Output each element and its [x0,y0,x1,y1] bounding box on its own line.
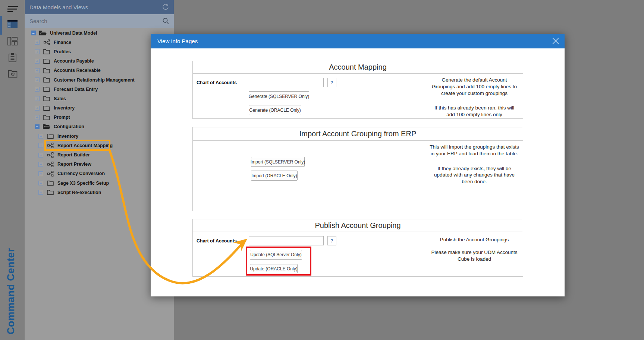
tree-item-label: Accounts Payable [54,58,94,64]
chart-of-accounts-label: Chart of Accounts [197,238,237,244]
folder-icon [43,58,51,64]
generate-oracle-button[interactable]: Generate (ORACLE Only) [249,105,301,115]
expand-toggle-icon[interactable]: + [38,153,43,158]
section-publish-account-grouping: Publish Account Grouping Chart of Accoun… [192,219,523,277]
search-icon[interactable] [162,18,169,25]
import-oracle-button[interactable]: Import (ORACLE Only) [251,171,298,181]
expand-toggle-icon[interactable]: + [35,49,40,54]
description-paragraph: Publish the Account Groupings [430,236,519,243]
folder-icon [43,115,51,120]
expand-toggle-icon[interactable]: + [35,87,40,92]
expand-toggle-icon[interactable]: + [35,115,40,120]
tree-item-label: Universal Data Model [50,31,97,36]
chart-of-accounts-label: Chart of Accounts [197,80,237,85]
expand-toggle-icon[interactable]: + [38,162,43,167]
folder-icon [46,180,54,186]
favorites-folder-icon [8,70,18,78]
tree-item-label: Script Re-execution [57,190,101,195]
menu-button[interactable] [0,1,25,17]
node-icon [46,171,54,177]
search-bar [25,14,174,28]
tree-item-label: Report Account Mapping [57,143,113,148]
tree-item-label: Report Builder [57,152,90,158]
node-icon [46,152,54,158]
folder-open-icon [43,124,51,130]
node-icon [43,39,51,45]
help-button[interactable]: ? [327,78,336,87]
tree-item-label: Sales [54,96,66,101]
collapse-toggle-icon[interactable]: − [31,31,36,35]
expand-toggle-icon[interactable]: + [35,77,40,82]
tree-item-label: Forecast Data Entry [54,87,98,92]
description-paragraph: Generate the default Account Groupings a… [430,77,519,96]
tree-item-label: Prompt [54,115,70,120]
expand-toggle-icon[interactable]: + [38,171,43,176]
tree-item-label: Customer Relationship Management [54,77,135,83]
section-description: Generate the default Account Groupings a… [425,74,524,119]
dialog-title: View Info Pages [157,38,198,44]
section-title: Import Account Grouping from ERP [193,127,523,141]
update-oracle-button[interactable]: Update (ORACLE Only) [250,264,298,273]
expand-toggle-icon[interactable]: + [35,40,40,45]
expand-toggle-icon[interactable]: + [38,143,43,148]
refresh-icon[interactable] [162,3,169,11]
expand-toggle-icon[interactable]: + [35,59,40,64]
folder-icon [43,96,51,101]
nav-data-models[interactable] [0,16,25,32]
import-sqlserver-button[interactable]: Import (SQLSERVER Only) [251,157,305,167]
close-icon[interactable] [552,37,560,45]
section-import-account-grouping: Import Account Grouping from ERP Import … [192,127,523,211]
nav-tasks[interactable] [0,49,25,66]
generate-sqlserver-button[interactable]: Generate (SQLSERVER Only) [249,91,309,101]
menu-icon [7,4,18,14]
folder-icon [43,77,51,83]
clipboard-icon [8,53,17,63]
expand-toggle-icon[interactable]: + [38,134,43,139]
section-title: Account Mapping [193,61,523,74]
panel-title: Data Models and Views [29,4,162,10]
description-paragraph: Please make sure your UDM Accounts Cube … [430,249,519,263]
panel-header: Data Models and Views [25,0,174,14]
section-description: This will import the groupings that exis… [425,141,524,211]
folder-icon [43,105,51,111]
tree-item-label: Sage X3 Specific Setup [57,181,109,186]
node-icon [46,143,54,148]
chart-of-accounts-input[interactable] [249,236,324,245]
description-paragraph: This will import the groupings that exis… [430,144,519,157]
tree-item-label: Inventory [57,134,78,139]
brand-command-center: Command Center [5,252,17,334]
data-models-icon [7,20,18,28]
tree-item-label: Configuration [54,124,84,129]
node-icon [46,162,54,167]
folder-icon [46,133,54,139]
collapse-toggle-icon[interactable]: − [35,124,40,129]
view-info-pages-dialog: View Info Pages Account Mapping Chart of… [151,34,565,296]
tree-item-label: Report Preview [57,162,91,167]
help-button[interactable]: ? [327,236,336,245]
nav-layout[interactable] [0,33,25,49]
tree-item-label: Currency Conversion [57,171,105,176]
section-account-mapping: Account Mapping Chart of Accounts ? Gene… [192,61,523,119]
description-paragraph: If this has already been ran, this will … [430,105,519,118]
layout-icon [7,37,18,45]
update-sqlserver-button[interactable]: Update (SQLServer Only) [250,250,302,260]
folder-icon [43,86,51,92]
description-paragraph: If they already exists, they will be upd… [430,165,519,185]
nav-favorites[interactable] [0,66,25,82]
section-title: Publish Account Grouping [193,219,523,232]
search-input[interactable] [29,18,162,24]
expand-toggle-icon[interactable]: + [35,96,40,101]
section-description: Publish the Account Groupings Please mak… [425,232,524,277]
chart-of-accounts-input[interactable] [249,78,324,87]
expand-toggle-icon[interactable]: + [38,181,43,185]
folder-icon [43,68,51,73]
expand-toggle-icon[interactable]: + [35,106,40,111]
folder-open-icon [39,30,47,36]
dialog-header: View Info Pages [151,34,565,48]
app-screen: Command Center Data Models and Views − [0,0,644,340]
expand-toggle-icon[interactable]: + [35,68,40,73]
tree-item-label: Profiles [54,49,71,54]
tree-item-label: Inventory [54,105,75,111]
tree-item-label: Finance [54,40,71,45]
expand-toggle-icon[interactable]: + [38,190,43,195]
